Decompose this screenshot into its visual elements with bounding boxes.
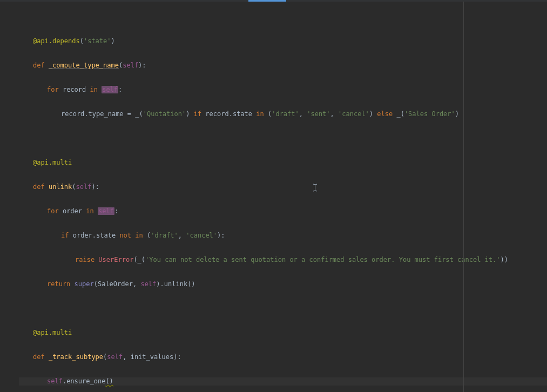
code-line[interactable]: @api.multi [19,329,547,337]
code-line[interactable]: def _track_subtype(self, init_values): [19,353,547,361]
method-name: _track_subtype [49,353,103,361]
code-line[interactable]: record.type_name = _('Quotation') if rec… [19,110,547,118]
text-cursor-icon [297,175,302,184]
code-line[interactable] [19,305,547,313]
code-line[interactable]: @api.depends('state') [19,37,547,45]
code-line[interactable]: raise UserError(_('You can not delete a … [19,256,547,264]
decorator: @api.depends [33,37,80,45]
code-line[interactable]: def unlink(self): [19,183,547,191]
code-line[interactable]: def _compute_type_name(self): [19,62,547,70]
code-line[interactable] [19,134,547,143]
right-margin-guide [463,2,464,392]
decorator: @api.multi [33,329,72,336]
decorator: @api.multi [33,159,72,166]
method-name: unlink [49,183,72,191]
method-name: _compute_type_name [49,62,119,69]
code-line[interactable]: self.ensure_one() [19,377,547,386]
code-line[interactable]: return super(SaleOrder, self).unlink() [19,280,547,288]
code-editor[interactable]: @api.depends('state') def _compute_type_… [0,2,547,392]
code-line[interactable]: @api.multi [19,159,547,167]
code-line[interactable]: for order in self: [19,207,547,215]
code-line[interactable]: if order.state not in ('draft', 'cancel'… [19,232,547,240]
code-line[interactable]: for record in self: [19,86,547,94]
